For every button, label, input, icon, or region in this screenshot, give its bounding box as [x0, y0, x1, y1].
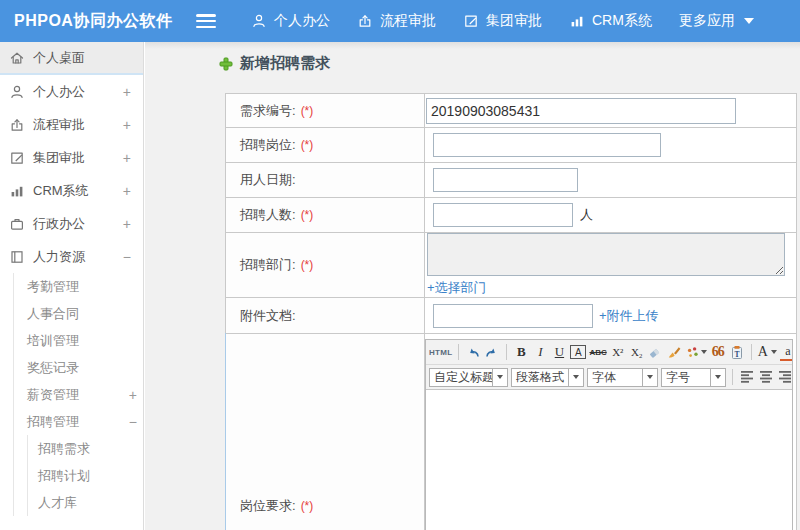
html-source-button[interactable]: HTML [429, 343, 452, 361]
sidebar-item-talent-pool[interactable]: 人才库 [28, 489, 143, 516]
align-center-icon[interactable] [758, 368, 774, 386]
paragraph-format-select[interactable]: 段落格式 [511, 368, 584, 387]
topbar-item-label: 个人办公 [274, 12, 330, 30]
flow-icon [357, 13, 373, 29]
form-row: 需求编号: (*) [226, 94, 796, 128]
topbar-item-workflow-approval[interactable]: 流程审批 [357, 12, 436, 30]
request-number-input[interactable] [426, 98, 736, 124]
expand-plus-icon[interactable]: + [123, 183, 137, 199]
toolbar-separator [751, 344, 752, 360]
heading-select[interactable]: 自定义标题 [429, 368, 508, 387]
toolbar-separator [458, 344, 459, 360]
sidebar-item-recruitment-request[interactable]: 招聘需求 [28, 435, 143, 462]
sidebar-item-label: 奖惩记录 [27, 359, 79, 377]
sidebar-item-attendance-mgmt[interactable]: 考勤管理 [14, 273, 143, 300]
align-left-icon[interactable] [739, 368, 755, 386]
background-color-button[interactable]: a [780, 343, 792, 361]
field-label-hire-date: 用人日期: [226, 163, 425, 197]
topbar-item-group-approval[interactable]: 集团审批 [463, 12, 542, 30]
page-title: 新增招聘需求 [219, 54, 330, 73]
sidebar-item-workflow-approval[interactable]: 流程审批 + [0, 108, 143, 141]
sidebar-item-personnel-contract[interactable]: 人事合同 [14, 300, 143, 327]
topbar-item-crm-system[interactable]: CRM系统 [569, 12, 652, 30]
font-color-button[interactable]: A [758, 343, 777, 361]
font-size-select[interactable]: 字号 [661, 368, 726, 387]
required-mark: (*) [301, 499, 314, 513]
paste-icon[interactable]: T [729, 343, 745, 361]
font-family-select[interactable]: 字体 [587, 368, 658, 387]
subscript-button[interactable]: X₂ [629, 343, 645, 361]
edit-icon [9, 150, 25, 166]
sidebar-item-reward-punishment[interactable]: 奖惩记录 [14, 354, 143, 381]
form-row: 岗位要求: (*) HTML [226, 334, 796, 530]
font-select-value: 字体 [587, 368, 643, 387]
sidebar-item-personal-office[interactable]: 个人办公 + [0, 75, 143, 108]
field-label-recruit-department: 招聘部门: (*) [226, 233, 425, 297]
form-row: 附件文档: +附件上传 [226, 298, 796, 334]
attachment-upload-link[interactable]: +附件上传 [599, 307, 659, 325]
form-row: 招聘部门: (*) +选择部门 [226, 233, 796, 298]
chart-icon [569, 13, 585, 29]
italic-button[interactable]: I [532, 343, 548, 361]
redo-icon[interactable] [484, 343, 500, 361]
recruitment-submenu: 招聘需求 招聘计划 人才库 [27, 435, 143, 516]
user-icon [9, 84, 25, 100]
editor-content-area[interactable] [426, 390, 792, 530]
sidebar-item-label: 考勤管理 [27, 278, 79, 296]
expand-plus-icon[interactable]: + [123, 84, 137, 100]
recruitment-request-form: 需求编号: (*) 招聘岗位: (*) 用人日期: [225, 93, 797, 530]
editor-toolbar-row-2: 自定义标题 段落格式 字体 [426, 365, 792, 390]
sidebar-item-label: 培训管理 [27, 332, 79, 350]
sidebar-item-admin-office[interactable]: 行政办公 + [0, 207, 143, 240]
sidebar-item-training-mgmt[interactable]: 培训管理 [14, 327, 143, 354]
bold-button[interactable]: B [513, 343, 529, 361]
topbar-item-personal-office[interactable]: 个人办公 [251, 12, 330, 30]
sidebar-item-recruitment-mgmt[interactable]: 招聘管理 − [14, 408, 143, 435]
blockquote-button[interactable]: 66 [710, 343, 726, 361]
superscript-button[interactable]: X² [610, 343, 626, 361]
expand-plus-icon[interactable]: + [129, 387, 143, 403]
unit-suffix: 人 [580, 206, 593, 224]
field-label: 用人日期: [240, 171, 296, 189]
color-palette-icon[interactable] [686, 343, 707, 361]
collapse-minus-icon[interactable]: − [129, 414, 143, 430]
caret-down-icon [569, 368, 584, 387]
underline-button[interactable]: U [551, 343, 567, 361]
undo-icon[interactable] [465, 343, 481, 361]
choose-department-link[interactable]: +选择部门 [427, 279, 487, 297]
sidebar-item-crm-system[interactable]: CRM系统 + [0, 174, 143, 207]
form-row: 招聘人数: (*) 人 [226, 198, 796, 233]
eraser-icon[interactable] [648, 343, 664, 361]
font-style-box-button[interactable]: A [570, 345, 586, 359]
hire-date-input[interactable] [433, 168, 578, 192]
caret-down-icon [701, 350, 707, 354]
sidebar-item-human-resources[interactable]: 人力资源 − [0, 240, 143, 273]
sidebar: 个人桌面 个人办公 + 流程审批 + 集团审批 + CRM系统 + 行政办公 + [0, 42, 144, 530]
flow-icon [9, 117, 25, 133]
topbar-nav: 个人办公 流程审批 集团审批 CRM系统 更多应用 [196, 0, 754, 42]
sidebar-item-salary-mgmt[interactable]: 薪资管理 + [14, 381, 143, 408]
hamburger-menu-icon[interactable] [196, 14, 216, 28]
sidebar-item-personal-desktop[interactable]: 个人桌面 [0, 42, 143, 75]
sidebar-item-label: 集团审批 [33, 149, 85, 167]
sidebar-item-recruitment-plan[interactable]: 招聘计划 [28, 462, 143, 489]
paragraph-select-value: 段落格式 [511, 368, 569, 387]
align-right-icon[interactable] [777, 368, 792, 386]
collapse-minus-icon[interactable]: − [123, 249, 137, 265]
recruit-position-input[interactable] [433, 133, 661, 157]
expand-plus-icon[interactable]: + [123, 117, 137, 133]
recruit-count-input[interactable] [433, 203, 573, 227]
format-painter-icon[interactable] [667, 343, 683, 361]
toolbar-separator [732, 369, 733, 385]
sidebar-item-label: 行政办公 [33, 215, 85, 233]
attachment-input[interactable] [433, 304, 593, 328]
topbar-item-more-apps[interactable]: 更多应用 [679, 12, 754, 30]
expand-plus-icon[interactable]: + [123, 150, 137, 166]
caret-down-icon [744, 18, 754, 24]
caret-down-icon [711, 368, 726, 387]
expand-plus-icon[interactable]: + [123, 216, 137, 232]
recruit-department-textarea[interactable] [427, 233, 785, 276]
strikethrough-button[interactable]: ABC [589, 343, 606, 361]
edit-icon [463, 13, 479, 29]
sidebar-item-group-approval[interactable]: 集团审批 + [0, 141, 143, 174]
